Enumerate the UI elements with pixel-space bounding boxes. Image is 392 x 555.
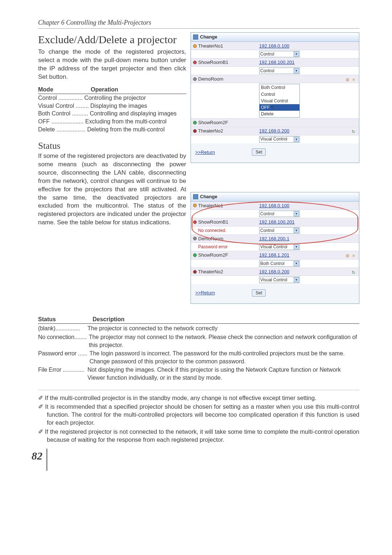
refresh-icon [352, 269, 357, 274]
chevron-down-icon: ▾ [294, 261, 299, 266]
projector-row: ShowRoomB1192.168.100.201 [191, 58, 359, 66]
status-led [193, 44, 197, 48]
set-button[interactable]: Set [252, 289, 266, 297]
mode-option[interactable]: Delete [260, 111, 299, 117]
ip-link[interactable]: 192.168.200.1 [259, 236, 289, 242]
projector-control-row: Password errorVisual Control▾ [191, 242, 359, 251]
chevron-down-icon: ▾ [294, 211, 299, 216]
ghost-icon [352, 253, 357, 258]
status-led [193, 253, 197, 257]
section-title-status: Status [38, 140, 186, 152]
mode-select[interactable]: Both Control▾ [259, 260, 300, 267]
ip-link[interactable]: 192.168.0.200 [259, 269, 289, 275]
status-led [193, 121, 197, 125]
projector-name: ShowRoom2F [198, 252, 259, 258]
chevron-down-icon: ▾ [294, 228, 299, 233]
note: If the registered projector is not conne… [38, 428, 359, 444]
gear-icon [346, 77, 351, 82]
chevron-down-icon: ▾ [294, 52, 299, 57]
projector-status-text: No connected. [198, 228, 259, 233]
projector-control-row: Control▾ [191, 209, 359, 218]
projector-name: ShowRoomB1 [198, 59, 259, 66]
chapter-header: Chapter 6 Controlling the Multi-Projecto… [38, 18, 359, 29]
status-row: Password error ......The login password … [38, 350, 359, 365]
chevron-down-icon: ▾ [294, 68, 299, 73]
mode-row: Both Control .......... Controlling and … [38, 110, 186, 118]
projector-control-row: Both Control▾ [191, 259, 359, 268]
projector-row: ShowRoomB1192.168.100.201 [191, 218, 359, 226]
note: If the multi-controlled projector is in … [38, 394, 359, 402]
return-link[interactable]: >>Return [192, 286, 218, 300]
projector-name: DemoRoom [198, 76, 259, 82]
projector-name: ShowRoom2F [198, 119, 259, 126]
status-led [193, 270, 197, 274]
projector-control-row: Control▾ [191, 66, 359, 75]
ip-link[interactable]: 192.168.0.100 [259, 43, 289, 49]
status-row: File Error .............. Not displaying… [38, 366, 359, 381]
mode-select[interactable]: Control▾ [259, 211, 300, 217]
status-led [193, 237, 197, 240]
projector-row: ShowRoom2F [191, 118, 359, 127]
ip-link[interactable]: 192.168.100.201 [259, 59, 295, 66]
mode-select[interactable]: Control▾ [259, 51, 300, 57]
projector-control-row: Control▾ [191, 50, 359, 58]
projector-row: ShowRoom2F192.168.1.201 [191, 251, 359, 259]
ip-link[interactable]: 192.168.0.200 [259, 128, 289, 134]
projector-name: TheaterNo1 [198, 43, 259, 49]
window-icon [193, 34, 198, 40]
window-icon [193, 194, 198, 199]
projector-row: TheaterNo1192.168.0.100 [191, 201, 359, 210]
mode-option[interactable]: Both Control [260, 84, 299, 91]
mode-row: OFF .................... Excluding from … [38, 118, 186, 126]
mode-select-open[interactable]: Both ControlControlVisual ControlOFF Del… [259, 84, 300, 118]
window-titlebar: Change [191, 33, 359, 42]
section-title-exclude: Exclude/Add/Delete a projector [38, 32, 186, 47]
mode-option[interactable]: Control [260, 91, 299, 98]
cursor-icon [271, 105, 276, 110]
status-table-header: Status Description [38, 315, 359, 324]
chevron-down-icon: ▾ [294, 277, 299, 282]
mode-select[interactable]: Visual Control▾ [259, 277, 300, 283]
change-window-1: Change TheaterNo1192.168.0.100Control▾Sh… [191, 32, 359, 163]
status-led [193, 77, 197, 81]
projector-control-row: Visual Control▾ [191, 276, 359, 284]
status-row: No connection........The projector may n… [38, 333, 359, 349]
gear-icon [346, 253, 351, 258]
projector-row: TheaterNo2192.168.0.200 [191, 127, 359, 135]
ghost-icon [352, 77, 357, 82]
return-link[interactable]: >>Return [192, 146, 218, 159]
projector-row: DemoRoom [191, 75, 359, 83]
mode-option[interactable]: OFF [260, 104, 299, 111]
mode-select[interactable]: Control▾ [259, 68, 300, 74]
projector-row: TheaterNo1192.168.0.100 [191, 42, 359, 50]
status-row: (blank)................The projector is … [38, 325, 359, 332]
status-led [193, 129, 197, 133]
projector-name: TheaterNo1 [198, 203, 259, 209]
mode-option[interactable]: Visual Control [260, 98, 299, 104]
projector-control-row: Both ControlControlVisual ControlOFF Del… [191, 83, 359, 118]
projector-control-row: No connected.Control▾ [191, 226, 359, 234]
mode-select[interactable]: Visual Control▾ [259, 244, 300, 250]
mode-select[interactable]: Control▾ [259, 227, 300, 234]
status-led [193, 204, 197, 207]
ip-link[interactable]: 192.168.100.201 [259, 219, 295, 225]
projector-name: ShowRoomB1 [198, 219, 259, 225]
mode-row: Visual Control ........ Displaying the i… [38, 102, 186, 110]
window-titlebar: Change [191, 192, 359, 201]
projector-row: TheaterNo2192.168.0.200 [191, 268, 359, 276]
set-button[interactable]: Set [252, 148, 266, 156]
mode-row: Delete .................. Deleting from … [38, 126, 186, 134]
mode-table-header: Mode Operation [38, 81, 186, 94]
mode-select[interactable]: Visual Control▾ [259, 136, 300, 143]
refresh-icon [352, 128, 357, 134]
chevron-down-icon: ▾ [294, 137, 299, 142]
ip-link[interactable]: 192.168.1.201 [259, 252, 289, 258]
projector-status-text: Password error [198, 244, 259, 250]
ip-link[interactable]: 192.168.0.100 [259, 203, 289, 209]
projector-name: DemoRoom [198, 236, 259, 242]
projector-control-row: Visual Control▾ [191, 135, 359, 143]
para-status: If some of the registered projectors are… [38, 152, 186, 227]
status-led [193, 61, 197, 64]
status-led [193, 220, 197, 224]
note: It is recommended that a specified proje… [38, 403, 359, 427]
